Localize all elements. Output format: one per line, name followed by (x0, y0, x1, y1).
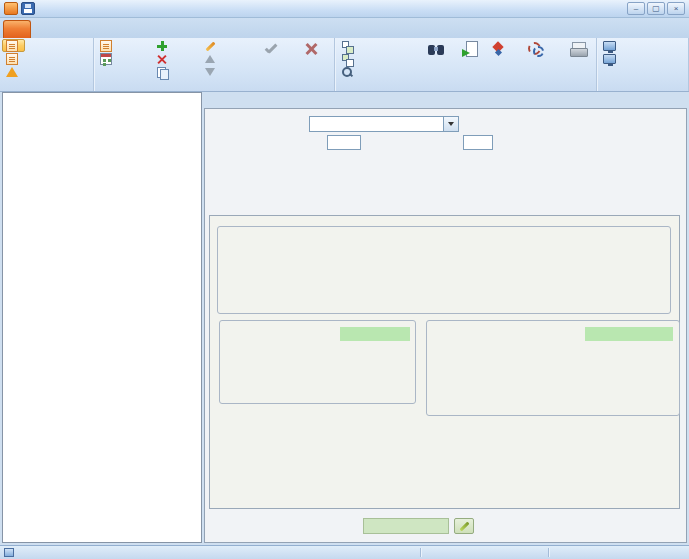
statusbar-separator (548, 548, 549, 557)
arrow-up-icon (205, 55, 215, 63)
groupbox-altri (426, 320, 680, 416)
main-body (204, 108, 687, 543)
minimize-button[interactable]: – (627, 2, 645, 15)
new-icon (156, 40, 168, 52)
dropdown-arrow-button[interactable] (443, 117, 458, 131)
save-icon[interactable] (21, 2, 35, 15)
arrow-down-icon (205, 68, 215, 76)
importa-button[interactable] (452, 39, 488, 81)
sposta-giu-button[interactable] (200, 65, 251, 78)
espandi-albero-button[interactable] (337, 39, 421, 52)
groupbox-barriere (219, 320, 416, 404)
sposta-su-button[interactable] (200, 52, 251, 65)
binoculars-icon (428, 41, 444, 57)
risultato-edit-button[interactable] (454, 518, 474, 534)
riduci-albero-button[interactable] (337, 52, 421, 65)
expand-tree-icon (341, 40, 353, 52)
quick-access-toolbar (0, 2, 35, 15)
statusbar (0, 545, 689, 559)
annulla-modifiche-button[interactable] (291, 39, 332, 81)
ribbon-group-operazioni (335, 38, 597, 91)
composizione-automatica-button[interactable] (510, 39, 561, 81)
collapse-tree-icon (341, 53, 353, 65)
navigation-tree[interactable] (2, 92, 202, 543)
file-tab[interactable] (3, 20, 31, 38)
tipo-attivita-dropdown[interactable] (309, 116, 459, 132)
document-icon (100, 40, 112, 52)
group-label-selettore (2, 80, 91, 91)
ribbon-group-modifica (94, 38, 335, 91)
pencil-icon (460, 522, 470, 532)
import-icon (462, 41, 478, 57)
monitor-icon (603, 54, 616, 64)
dvr-icon (6, 40, 18, 52)
group-label-debug (599, 80, 686, 91)
ricerca-button[interactable] (337, 65, 421, 78)
chevron-down-icon (448, 122, 454, 126)
nuovo-button[interactable] (152, 39, 199, 52)
calendar-icon (100, 53, 112, 65)
schermo-1024-button[interactable] (599, 39, 623, 52)
titlebar: – ▢ × (0, 0, 689, 18)
status-grid-icon (4, 548, 14, 557)
status-badge (585, 327, 673, 341)
workspace (0, 92, 689, 545)
copy-icon (156, 66, 168, 78)
application-window: { "window": { "title": "Documento1 - Nam… (0, 0, 689, 559)
delete-icon (156, 53, 168, 65)
main-panel (204, 92, 687, 543)
elimina-button[interactable] (152, 52, 199, 65)
ribbon-group-debug (597, 38, 689, 91)
superficie-input[interactable] (327, 135, 361, 150)
schermo-1280-button[interactable] (599, 52, 623, 65)
duplica-button[interactable] (152, 65, 199, 78)
warning-icon (6, 67, 18, 77)
search-icon (341, 66, 353, 78)
printer-icon (570, 41, 586, 57)
tools-icon (491, 41, 507, 57)
ribbon-tab-row (0, 18, 689, 38)
subpanel (209, 215, 680, 509)
main-tabs (204, 92, 687, 108)
monitor-icon (603, 41, 616, 51)
duvri-button[interactable] (96, 39, 152, 52)
lavoratori-input[interactable] (463, 135, 493, 150)
trova-button[interactable] (421, 39, 452, 81)
pencil-icon (204, 40, 216, 52)
close-button[interactable]: × (667, 2, 685, 15)
groupbox-servizi (217, 226, 671, 314)
dvr-button[interactable] (2, 39, 25, 52)
group-label-operazioni (337, 81, 594, 91)
ribbon-group-selettore (0, 38, 94, 91)
ribbon (0, 38, 689, 92)
window-controls: – ▢ × (627, 2, 689, 15)
rischi-button[interactable] (2, 65, 25, 78)
check-icon (263, 41, 279, 57)
risultato-badge (363, 518, 449, 534)
rinomina-button[interactable] (200, 39, 251, 52)
statusbar-separator (420, 548, 421, 557)
conferma-modifiche-button[interactable] (250, 39, 291, 81)
maximize-button[interactable]: ▢ (647, 2, 665, 15)
adempimenti-button[interactable] (96, 52, 152, 65)
cancel-icon (303, 41, 319, 57)
group-label-modifica (96, 81, 332, 91)
status-badge (340, 327, 410, 341)
app-icon[interactable] (4, 2, 18, 15)
strumenti-button[interactable] (488, 39, 510, 81)
dvr-standard-icon (6, 53, 18, 65)
stampa-button[interactable] (561, 39, 594, 81)
dvr-standard-button[interactable] (2, 52, 25, 65)
gears-icon (528, 41, 544, 57)
